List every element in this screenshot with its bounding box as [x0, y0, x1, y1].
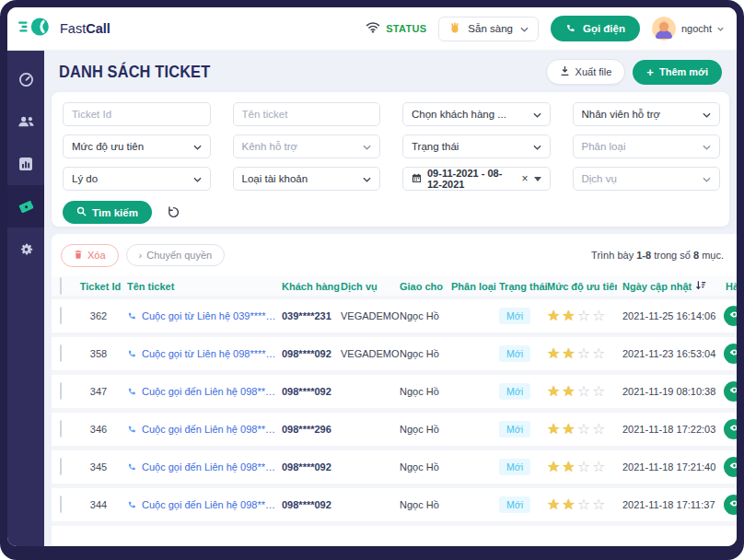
settings-icon — [18, 241, 34, 257]
dashboard-icon — [18, 72, 34, 88]
export-file-button[interactable]: Xuất file — [546, 59, 626, 85]
download-icon — [560, 65, 570, 78]
status-cell: Mới — [499, 345, 547, 362]
logo-text: FastCall — [60, 21, 110, 36]
assignee-cell: Ngọc Hồ — [400, 499, 451, 510]
star-empty-icon: ☆ — [592, 346, 607, 361]
avatar — [652, 17, 676, 41]
column-header-customer: Khách hàng — [282, 281, 341, 292]
priority-stars: ★★☆☆ — [547, 497, 617, 512]
phone-call-icon — [127, 461, 137, 473]
updated-date-cell: 2021-11-18 17:11:37 — [617, 499, 720, 510]
sidebar-item-contacts[interactable] — [7, 100, 44, 143]
date-range-picker[interactable]: 09-11-2021 - 08-12-2021 × — [402, 167, 551, 191]
search-button[interactable]: Tìm kiếm — [63, 201, 152, 224]
column-header-ticket-id: Ticket Id — [79, 281, 122, 292]
ticket-id-input[interactable] — [63, 102, 211, 126]
service-cell: VEGADEMO — [341, 348, 400, 359]
ticket-name-link[interactable]: Cuộc gọi đến Liên hệ 098****092 — [122, 499, 282, 511]
ticket-id-cell: 362 — [79, 310, 122, 321]
sidebar — [7, 51, 44, 546]
row-checkbox[interactable] — [60, 382, 62, 400]
view-ticket-button[interactable] — [724, 495, 737, 515]
status-cell: Mới — [499, 421, 547, 438]
table-row: 345 Cuộc gọi đến Liên hệ 098****092 098*… — [52, 450, 737, 488]
reset-filters-icon[interactable] — [167, 205, 180, 219]
ticket-id-cell: 358 — [79, 348, 122, 359]
status-cell: Mới — [499, 383, 547, 400]
star-filled-icon: ★ — [547, 497, 562, 512]
fastcall-logo[interactable]: FastCall — [18, 15, 110, 42]
ticket-name-link[interactable]: Cuộc gọi đến Liên hệ 098****296 — [122, 424, 282, 436]
support-channel-select[interactable]: Kênh hỗ trợ — [233, 134, 381, 158]
chevron-right-icon: › — [139, 250, 143, 261]
ticket-name-link[interactable]: Cuộc gọi đến Liên hệ 098****092 — [122, 461, 282, 473]
chevron-down-icon — [363, 141, 371, 152]
row-checkbox[interactable] — [60, 307, 62, 324]
availability-dropdown[interactable]: Sẵn sàng — [438, 17, 539, 41]
account-type-select[interactable]: Loại tài khoản — [233, 167, 381, 191]
status-label: STATUS — [386, 23, 426, 34]
row-checkbox[interactable] — [60, 344, 62, 362]
customer-select[interactable]: Chọn khách hàng ... — [402, 102, 551, 126]
row-checkbox[interactable] — [60, 420, 62, 438]
customer-cell: 098****092 — [282, 499, 341, 510]
clear-date-icon[interactable]: × — [521, 172, 528, 185]
status-cell: Mới — [499, 459, 547, 475]
star-filled-icon: ★ — [547, 422, 562, 437]
actions-cell — [720, 306, 737, 326]
column-header-updated[interactable]: Ngày cập nhật — [617, 280, 720, 293]
customer-cell: 098****092 — [282, 386, 341, 397]
ticket-name-link[interactable]: Cuộc gọi từ Liên hệ 098****092 — [122, 348, 282, 360]
star-filled-icon: ★ — [562, 460, 576, 474]
star-empty-icon: ☆ — [577, 497, 592, 512]
page-title: DANH SÁCH TICKET — [59, 62, 210, 82]
star-filled-icon: ★ — [562, 346, 576, 361]
sidebar-item-settings[interactable] — [7, 228, 44, 270]
ticket-id-cell: 346 — [79, 424, 122, 435]
service-select[interactable]: Dịch vụ — [573, 167, 721, 191]
star-empty-icon: ☆ — [592, 460, 607, 474]
status-select[interactable]: Trạng thái — [402, 134, 551, 158]
view-ticket-button[interactable] — [724, 381, 737, 402]
sidebar-item-reports[interactable] — [7, 143, 44, 185]
table-row: 362 Cuộc gọi từ Liên hệ 039****231 039**… — [52, 299, 737, 337]
view-ticket-button[interactable] — [724, 306, 737, 326]
add-new-label: Thêm mới — [659, 66, 708, 77]
row-checkbox[interactable] — [60, 458, 62, 475]
view-ticket-button[interactable] — [724, 344, 737, 364]
row-checkbox[interactable] — [60, 496, 62, 513]
availability-value: Sẵn sàng — [468, 23, 513, 34]
view-ticket-button[interactable] — [724, 457, 737, 477]
sidebar-item-tickets[interactable] — [7, 185, 44, 228]
reason-select[interactable]: Lý do — [63, 167, 211, 191]
chevron-down-icon — [717, 27, 724, 31]
calendar-icon — [412, 173, 422, 185]
category-select[interactable]: Phân loại — [573, 134, 721, 158]
ticket-name-link[interactable]: Cuộc gọi đến Liên hệ 098****092 — [122, 386, 282, 398]
call-button[interactable]: Gọi điện — [551, 16, 640, 41]
sidebar-item-dashboard[interactable] — [7, 58, 44, 100]
column-header-priority: Mức độ ưu tiên — [547, 281, 617, 292]
delete-button[interactable]: Xóa — [61, 244, 119, 267]
customer-cell: 039****231 — [282, 310, 341, 321]
status-badge: Mới — [499, 459, 530, 475]
support-staff-select[interactable]: Nhân viên hỗ trợ — [573, 102, 721, 126]
star-filled-icon: ★ — [562, 384, 576, 399]
star-empty-icon: ☆ — [577, 346, 592, 361]
actions-cell — [720, 381, 737, 402]
user-menu[interactable]: ngocht — [652, 17, 724, 41]
table-row: 346 Cuộc gọi đến Liên hệ 098****296 098*… — [52, 413, 737, 450]
assignee-cell: Ngọc Hồ — [400, 386, 451, 397]
assignee-cell: Ngọc Hồ — [400, 310, 451, 321]
ticket-name-input[interactable] — [233, 102, 381, 126]
view-ticket-button[interactable] — [724, 419, 737, 439]
caret-down-icon[interactable] — [534, 177, 541, 181]
eye-icon — [728, 309, 738, 323]
transfer-rights-button[interactable]: › Chuyển quyền — [126, 244, 226, 266]
star-empty-icon: ☆ — [577, 422, 592, 437]
select-all-checkbox[interactable] — [60, 277, 62, 295]
ticket-name-link[interactable]: Cuộc gọi từ Liên hệ 039****231 — [122, 310, 282, 322]
priority-select[interactable]: Mức độ ưu tiên — [63, 134, 211, 158]
add-new-button[interactable]: + Thêm mới — [633, 60, 722, 85]
